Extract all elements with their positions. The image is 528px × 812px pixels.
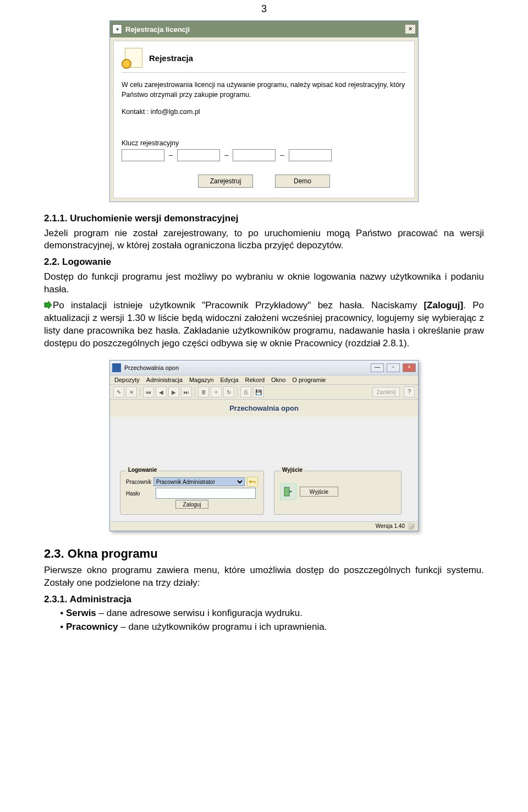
registration-intro-text: W celu zarejestrowania licencji na używa… (122, 80, 406, 100)
toolbar-save-icon[interactable]: 💾 (253, 386, 264, 397)
registration-contact: Kontakt : info@lgb.com.pl (122, 107, 406, 117)
zaloguj-reference: [Zaloguj] (424, 300, 463, 310)
toolbar: ✎ ✕ ⏮ ◀ ▶ ⏭ ≣ ＋ ↻ ⎙ 💾 Zamknij ? (110, 385, 418, 400)
menubar: Depozyty Administracja Magazyn Edycja Re… (110, 375, 418, 385)
toolbar-prev-icon[interactable]: ◀ (156, 386, 167, 397)
minimize-button[interactable]: — (371, 363, 384, 372)
para-2-2-b: Po instalacji istnieje użytkownik "Praco… (44, 299, 484, 350)
menu-depozyty[interactable]: Depozyty (114, 377, 140, 383)
svg-marker-5 (289, 491, 293, 493)
login-panel: Logowanie Pracownik Pracownik Administra… (120, 471, 264, 515)
heading-2-3-1: 2.3.1. Administracja (44, 594, 484, 605)
menu-okno[interactable]: Okno (271, 377, 285, 383)
menu-oprogramie[interactable]: O programie (292, 377, 326, 383)
select-pracownik[interactable]: Pracownik Administrator (153, 477, 245, 486)
svg-rect-3 (255, 481, 256, 483)
para-2-3: Pierwsze okno programu zawiera menu, któ… (44, 564, 484, 590)
key-icon (247, 477, 258, 487)
toolbar-delete-icon[interactable]: ✕ (126, 386, 137, 397)
registration-heading: Rejestracja (149, 53, 193, 63)
resize-grip-icon[interactable] (408, 523, 415, 530)
bullet-serwis: Serwis – dane adresowe serwisu i konfigu… (66, 606, 484, 620)
toolbar-edit-icon[interactable]: ✎ (113, 386, 124, 397)
toolbar-plus-icon[interactable]: ＋ (211, 386, 222, 397)
menu-rekord[interactable]: Rekord (245, 377, 265, 383)
arrow-right-icon (44, 300, 52, 308)
exit-panel: Wyjście Wyjście (274, 471, 402, 515)
close-button[interactable]: × (403, 363, 416, 372)
toolbar-refresh-icon[interactable]: ↻ (223, 386, 234, 397)
key-field-2[interactable] (177, 149, 220, 161)
toolbar-last-icon[interactable]: ⏭ (181, 386, 192, 397)
key-label: Klucz rejestracyjny (122, 139, 406, 147)
demo-button[interactable]: Demo (275, 175, 330, 188)
menu-administracja[interactable]: Administracja (146, 377, 183, 383)
input-haslo[interactable] (156, 488, 256, 499)
register-button[interactable]: Zarejestruj (198, 175, 253, 188)
toolbar-list-icon[interactable]: ≣ (198, 386, 209, 397)
page-number: 3 (44, 0, 484, 20)
menu-edycja[interactable]: Edycja (221, 377, 239, 383)
certificate-badge-icon (122, 47, 144, 69)
bullet-list-2-3-1: Serwis – dane adresowe serwisu i konfigu… (66, 606, 484, 634)
version-label: Wersja 1.40 (376, 523, 405, 530)
wyjscie-button[interactable]: Wyjście (300, 487, 338, 497)
heading-2-2: 2.2. Logowanie (44, 257, 484, 268)
key-field-3[interactable] (233, 149, 276, 161)
label-haslo: Hasło (126, 491, 156, 497)
login-panel-title: Logowanie (126, 467, 159, 473)
app-canvas: Logowanie Pracownik Pracownik Administra… (110, 417, 418, 521)
bullet-pracownicy: Pracownicy – dane użytkowników programu … (66, 620, 484, 634)
toolbar-next-icon[interactable]: ▶ (168, 386, 179, 397)
app-window-screenshot: Przechowalnia opon — ▫ × Depozyty Admini… (44, 360, 484, 531)
registration-dialog-screenshot: ✦ Rejestracja licencji × Rejestracja W c… (44, 20, 484, 202)
toolbar-help-icon[interactable]: ? (404, 386, 415, 397)
para-2-2-a: Dostęp do funkcji programu jest możliwy … (44, 271, 484, 296)
certificate-icon: ✦ (112, 24, 122, 34)
para-2-1-1: Jeżeli program nie został zarejestrowany… (44, 227, 484, 253)
zaloguj-button[interactable]: Zaloguj (175, 500, 208, 509)
svg-marker-0 (45, 301, 52, 309)
dialog-title: Rejestracja licencji (125, 25, 405, 34)
statusbar: Wersja 1.40 (110, 521, 418, 531)
app-icon (112, 363, 121, 372)
exit-panel-title: Wyjście (280, 467, 305, 473)
app-window: Przechowalnia opon — ▫ × Depozyty Admini… (109, 360, 419, 531)
app-title: Przechowalnia opon (124, 364, 370, 371)
menu-magazyn[interactable]: Magazyn (189, 377, 214, 383)
key-field-4[interactable] (289, 149, 332, 161)
toolbar-close-button[interactable]: Zamknij (372, 387, 400, 397)
heading-2-1-1: 2.1.1. Uruchomienie wersji demonstracyjn… (44, 213, 484, 224)
key-field-1[interactable] (122, 149, 164, 161)
dialog-titlebar: ✦ Rejestracja licencji × (110, 21, 418, 37)
separator (122, 72, 406, 73)
exit-door-icon (280, 483, 296, 500)
registration-dialog: ✦ Rejestracja licencji × Rejestracja W c… (109, 20, 419, 202)
svg-rect-4 (284, 487, 289, 496)
toolbar-print-icon[interactable]: ⎙ (240, 386, 251, 397)
maximize-button[interactable]: ▫ (387, 363, 400, 372)
content-title: Przechowalnia opon (110, 400, 418, 417)
label-pracownik: Pracownik (126, 479, 153, 485)
close-button[interactable]: × (405, 24, 416, 34)
toolbar-first-icon[interactable]: ⏮ (143, 386, 154, 397)
heading-2-3: 2.3. Okna programu (44, 547, 484, 561)
